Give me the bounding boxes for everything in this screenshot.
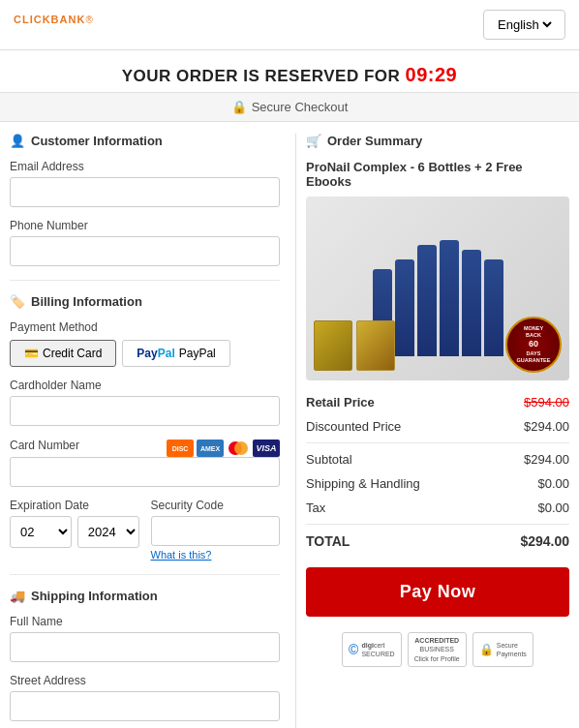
price-divider-2: [306, 524, 569, 525]
discover-icon: DISC: [167, 440, 194, 457]
billing-section-header: 🏷️ Billing Information: [10, 294, 280, 309]
order-summary-title: Order Summary: [327, 134, 422, 148]
customer-icon: 👤: [10, 134, 25, 148]
price-divider-1: [306, 442, 569, 443]
email-group: Email Address: [10, 160, 280, 207]
secure-payments-badge: 🔒 SecurePayments: [472, 632, 533, 667]
cardholder-group: Cardholder Name: [10, 379, 280, 426]
main-content: 👤 Customer Information Email Address Pho…: [0, 134, 579, 728]
ebook-2: [356, 320, 395, 371]
secure-payments-text: SecurePayments: [497, 641, 527, 658]
fullname-group: Full Name: [10, 615, 280, 662]
order-summary-header: 🛒 Order Summary: [306, 134, 569, 148]
shipping-section-title: Shipping Information: [31, 589, 158, 603]
section-divider-1: [10, 280, 280, 281]
timer-prefix: YOUR ORDER IS RESERVED FOR: [122, 67, 406, 85]
guarantee-text: MONEYBACK60DAYSGUARANTEE: [517, 325, 551, 364]
shipping-icon: 🚚: [10, 589, 25, 603]
security-group: Security Code What is this?: [151, 499, 281, 561]
subtotal-label: Subtotal: [306, 452, 352, 467]
expiry-year-select[interactable]: 202420252026 2027202820292030: [77, 516, 139, 548]
ebook-1: [314, 320, 352, 371]
total-value: $294.00: [520, 533, 569, 549]
credit-card-label: Credit Card: [43, 347, 102, 360]
bbb-badge: ACCREDITEDBUSINESSClick for Profile: [408, 632, 467, 667]
shipping-section-header: 🚚 Shipping Information: [10, 589, 280, 603]
language-dropdown[interactable]: English: [494, 16, 555, 33]
digicert-text: digicertSECURED: [361, 641, 394, 658]
bottle-6: [484, 259, 503, 356]
discounted-price-value: $294.00: [524, 419, 569, 434]
what-is-this-link[interactable]: What is this?: [151, 549, 281, 561]
billing-icon: 🏷️: [10, 294, 25, 309]
paypal-icon: PayPal: [137, 347, 174, 360]
guarantee-badge: MONEYBACK60DAYSGUARANTEE: [505, 317, 562, 373]
timer-heading: YOUR ORDER IS RESERVED FOR 09:29: [0, 64, 579, 86]
product-name: ProNail Complex - 6 Bottles + 2 Free Ebo…: [306, 160, 569, 189]
trust-badges: © digicertSECURED ACCREDITEDBUSINESSClic…: [306, 632, 569, 667]
ebook-cards: [314, 320, 395, 371]
subtotal-row: Subtotal $294.00: [306, 447, 569, 471]
digicert-badge: © digicertSECURED: [342, 632, 402, 667]
logo: CLICKBANK®: [14, 14, 94, 36]
card-number-input[interactable]: [10, 457, 280, 487]
payment-method-group: Payment Method 💳 Credit Card PayPal PayP…: [10, 320, 280, 367]
street-label: Street Address: [10, 674, 280, 687]
paypal-label: PayPal: [179, 347, 216, 360]
right-column: 🛒 Order Summary ProNail Complex - 6 Bott…: [295, 134, 569, 728]
expiry-group: Expiration Date 01020304 05060708 091011…: [10, 499, 139, 561]
amex-icon: AMEX: [197, 440, 224, 457]
expiry-selects: 01020304 05060708 09101112 202420252026 …: [10, 516, 139, 548]
credit-card-icon: 💳: [24, 347, 39, 360]
discounted-price-row: Discounted Price $294.00: [306, 414, 569, 439]
email-label: Email Address: [10, 160, 280, 173]
total-row: TOTAL $294.00: [306, 529, 569, 554]
fullname-input[interactable]: [10, 632, 280, 662]
phone-label: Phone Number: [10, 219, 280, 232]
customer-section-header: 👤 Customer Information: [10, 134, 280, 148]
visa-icon: VISA: [253, 440, 280, 457]
tax-label: Tax: [306, 500, 325, 515]
phone-group: Phone Number: [10, 219, 280, 266]
expiry-month-select[interactable]: 01020304 05060708 09101112: [10, 516, 72, 548]
cardholder-input[interactable]: [10, 396, 280, 426]
security-code-input[interactable]: [151, 516, 281, 546]
bottle-2: [395, 259, 414, 356]
bottle-4: [440, 240, 459, 356]
card-icons: DISC AMEX VISA: [167, 440, 280, 457]
bottle-5: [462, 250, 481, 356]
timer-banner: YOUR ORDER IS RESERVED FOR 09:29: [0, 50, 579, 92]
street-group: Street Address: [10, 674, 280, 721]
paypal-button[interactable]: PayPal PayPal: [122, 340, 229, 367]
lock-icon: 🔒: [231, 100, 247, 114]
payment-buttons: 💳 Credit Card PayPal PayPal: [10, 340, 280, 367]
logo-mark: ®: [85, 15, 93, 25]
lock-secure-icon: 🔒: [479, 643, 494, 656]
security-label: Security Code: [151, 499, 281, 512]
expiry-label: Expiration Date: [10, 499, 139, 512]
card-number-label: Card Number: [10, 439, 79, 452]
phone-input[interactable]: [10, 236, 280, 266]
discounted-price-label: Discounted Price: [306, 419, 401, 434]
email-input[interactable]: [10, 177, 280, 207]
logo-text: CLICKBANK: [14, 14, 85, 25]
secure-checkout-banner: 🔒 Secure Checkout: [0, 92, 579, 122]
header: CLICKBANK® English: [0, 0, 579, 50]
credit-card-button[interactable]: 💳 Credit Card: [10, 340, 116, 367]
cart-icon: 🛒: [306, 134, 321, 148]
total-label: TOTAL: [306, 533, 350, 549]
section-divider-2: [10, 574, 280, 575]
billing-section-title: Billing Information: [31, 294, 142, 309]
bottle-3: [417, 245, 437, 356]
shipping-row: Shipping & Handling $0.00: [306, 471, 569, 496]
pay-now-button[interactable]: Pay Now: [306, 567, 569, 617]
expiry-security-row: Expiration Date 01020304 05060708 091011…: [10, 499, 280, 561]
retail-price-label: Retail Price: [306, 395, 375, 410]
street-input[interactable]: [10, 691, 280, 721]
cardholder-label: Cardholder Name: [10, 379, 280, 392]
language-selector[interactable]: English: [483, 10, 565, 40]
retail-price-row: Retail Price $594.00: [306, 390, 569, 414]
secure-checkout-label: Secure Checkout: [252, 100, 349, 114]
bbb-text: ACCREDITEDBUSINESSClick for Profile: [414, 636, 460, 662]
card-number-group: Card Number DISC AMEX VISA: [10, 438, 280, 487]
